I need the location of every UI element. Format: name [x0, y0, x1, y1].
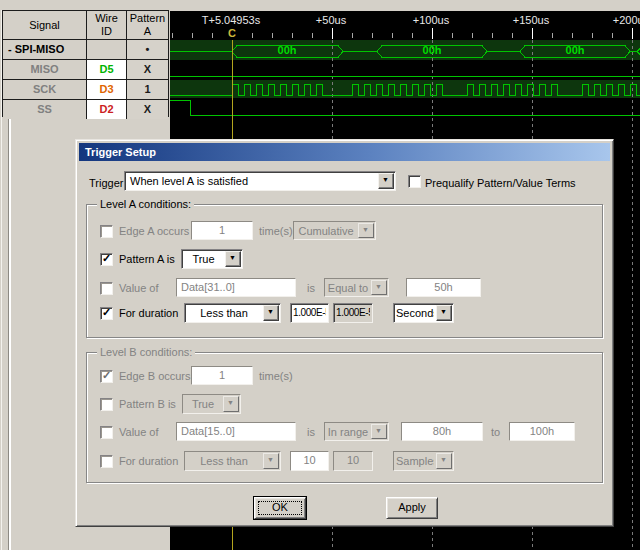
value-b-op-combobox[interactable]: In range	[324, 422, 389, 441]
duration-b-op-combobox[interactable]: Less than	[184, 451, 281, 471]
table-row-spi-miso[interactable]: - SPI-MISO •	[3, 40, 168, 60]
duration-a-op-value: Less than	[187, 306, 261, 320]
ss-trace	[170, 101, 640, 116]
duration-a-op-combobox[interactable]: Less than	[184, 303, 281, 323]
header-wire-line2: ID	[87, 25, 126, 38]
header-signal: Signal	[3, 11, 87, 39]
pattern-a-checkbox[interactable]	[100, 253, 113, 266]
value-a-op-combobox[interactable]: Equal to	[324, 278, 389, 297]
wire-id[interactable]: D2	[87, 100, 127, 119]
pattern-a-value[interactable]: X	[127, 100, 168, 119]
value-b-field-value: Data[15..0]	[179, 425, 293, 438]
signal-name[interactable]: SS	[3, 100, 87, 119]
dialog-titlebar[interactable]: Trigger Setup	[79, 143, 610, 161]
signal-name[interactable]: - SPI-MISO	[3, 40, 87, 59]
edge-a-count-input[interactable]: 1	[191, 221, 253, 240]
edge-a-count-value: 1	[194, 224, 250, 237]
value-a-operand-input[interactable]: 50h	[406, 278, 481, 297]
value-b-operand-value: 80h	[404, 425, 480, 438]
chevron-down-icon[interactable]	[225, 251, 241, 267]
pattern-a-value: True	[184, 252, 223, 266]
duration-b-value2: 10	[336, 454, 370, 468]
edge-a-mode-value: Cumulative	[296, 224, 356, 237]
time-label-4: +200us	[613, 14, 640, 26]
edge-b-count-value: 1	[194, 369, 250, 382]
header-pattern-a: Pattern A	[127, 11, 168, 39]
pattern-a-value[interactable]: X	[127, 60, 168, 79]
focus-rectangle	[258, 501, 302, 515]
value-b-label: Value of	[119, 426, 159, 439]
cursor-c-label[interactable]: C	[228, 27, 236, 39]
pattern-a-combobox[interactable]: True	[181, 249, 243, 269]
signal-name[interactable]: MISO	[3, 60, 87, 79]
edge-a-mode-combobox[interactable]: Cumulative	[293, 221, 376, 240]
value-b-to-label: to	[491, 426, 500, 439]
duration-a-label: For duration	[119, 307, 178, 320]
duration-b-checkbox[interactable]	[100, 455, 113, 468]
duration-a-value-input[interactable]: 1.000E-5	[290, 303, 329, 323]
ruler-major-ticks	[333, 28, 633, 39]
trigger-mode-value: When level A is satisfied	[127, 174, 376, 188]
edge-b-checkbox[interactable]	[100, 370, 113, 383]
edge-b-suffix-label: time(s)	[259, 370, 293, 383]
trigger-label: Trigger	[89, 177, 123, 190]
value-a-field-input[interactable]: Data[31..0]	[176, 278, 296, 297]
pattern-a-value[interactable]: •	[127, 40, 168, 59]
duration-a-value: 1.000E-5	[293, 306, 326, 320]
duration-b-label: For duration	[119, 455, 178, 468]
pattern-b-checkbox[interactable]	[100, 398, 113, 411]
chevron-down-icon	[223, 396, 239, 412]
table-row-ss[interactable]: SS D2 X	[3, 100, 168, 119]
apply-button[interactable]: Apply	[386, 497, 438, 519]
value-a-op-value: Equal to	[327, 281, 369, 294]
time-label-1: +50us	[316, 14, 346, 26]
table-header-row: Signal Wire ID Pattern A	[3, 11, 168, 40]
duration-a-value2: 1.000E-5	[336, 306, 370, 320]
trigger-mode-combobox[interactable]: When level A is satisfied	[124, 171, 396, 191]
chevron-down-icon	[436, 453, 452, 469]
edge-a-checkbox[interactable]	[100, 225, 113, 238]
value-a-label: Value of	[119, 282, 159, 295]
panel-divider	[8, 117, 11, 550]
bus-value-label-2: 00h	[566, 44, 585, 56]
table-row-sck[interactable]: SCK D3 1	[3, 80, 168, 100]
duration-a-value2-readout: 1.000E-5	[333, 303, 373, 323]
duration-b-units-combobox[interactable]: Samples	[393, 451, 454, 471]
header-pattern-line2: A	[127, 25, 168, 38]
value-b-checkbox[interactable]	[100, 426, 113, 439]
duration-b-value-input[interactable]: 10	[290, 451, 329, 471]
ok-button[interactable]: OK	[254, 497, 306, 519]
duration-a-units-combobox[interactable]: Seconds	[393, 303, 454, 323]
edge-b-label: Edge B occurs	[119, 370, 191, 383]
pattern-a-value[interactable]: 1	[127, 80, 168, 99]
wire-id[interactable]: D5	[87, 60, 127, 79]
bus-value-label-0: 00h	[278, 44, 297, 56]
pattern-b-value: True	[185, 397, 221, 411]
chevron-down-icon[interactable]	[263, 305, 279, 321]
value-a-checkbox[interactable]	[100, 282, 113, 295]
wire-id[interactable]	[87, 40, 127, 59]
dialog-title: Trigger Setup	[85, 146, 156, 158]
trigger-setup-dialog: Trigger Setup Trigger When level A is sa…	[75, 139, 614, 527]
wire-id[interactable]: D3	[87, 80, 127, 99]
value-b-operand-input[interactable]: 80h	[401, 422, 483, 441]
prequalify-checkbox[interactable]	[408, 175, 421, 188]
ruler-minor-ticks	[173, 33, 613, 38]
bus-value-label-1: 00h	[423, 44, 442, 56]
value-b-field-input[interactable]: Data[15..0]	[176, 422, 296, 441]
value-b-operand2-input[interactable]: 100h	[509, 422, 575, 441]
pattern-b-label: Pattern B is	[119, 398, 176, 411]
duration-b-op-value: Less than	[187, 454, 261, 468]
duration-a-checkbox[interactable]	[100, 307, 113, 320]
apply-button-label: Apply	[398, 501, 426, 513]
chevron-down-icon[interactable]	[378, 173, 394, 189]
value-b-op-value: In range	[327, 425, 369, 438]
value-b-operand2-value: 100h	[512, 425, 572, 438]
header-wire-id: Wire ID	[87, 11, 127, 39]
duration-b-value: 10	[293, 454, 326, 468]
pattern-b-combobox[interactable]: True	[182, 394, 241, 414]
table-row-miso[interactable]: MISO D5 X	[3, 60, 168, 80]
edge-b-count-input[interactable]: 1	[191, 366, 253, 385]
chevron-down-icon[interactable]	[436, 305, 452, 321]
signal-name[interactable]: SCK	[3, 80, 87, 99]
